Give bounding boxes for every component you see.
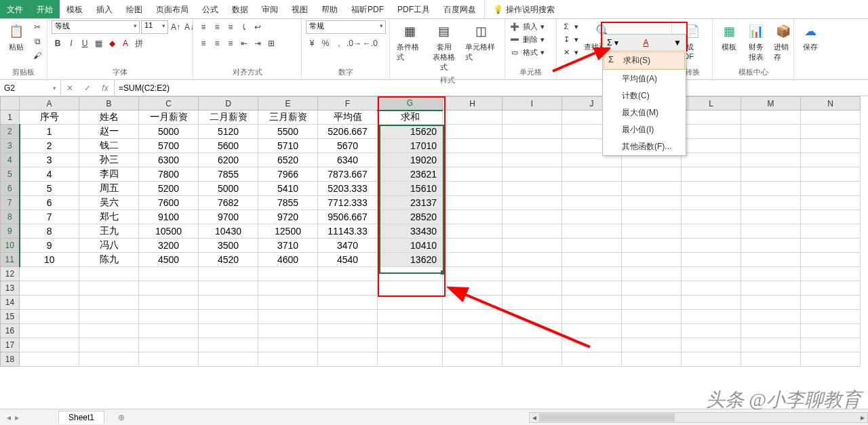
clear-button[interactable]: ✕▾ [561, 46, 578, 58]
autosum-min[interactable]: 最小值(I) [603, 121, 686, 138]
row-header-1[interactable]: 1 [1, 110, 20, 125]
tab-百度网盘[interactable]: 百度网盘 [437, 0, 483, 18]
phonetic-icon[interactable]: 拼 [133, 37, 145, 50]
select-all-corner[interactable] [1, 97, 20, 110]
header-cell[interactable]: 三月薪资 [258, 110, 318, 125]
increase-font-icon[interactable]: A↑ [170, 20, 182, 34]
align-top-icon[interactable]: ≡ [197, 20, 210, 34]
align-right-icon[interactable]: ≡ [224, 37, 237, 50]
sales-button[interactable]: 📦进销存 [771, 20, 795, 64]
row-header-16[interactable]: 16 [1, 324, 20, 338]
row-header-11[interactable]: 11 [1, 253, 20, 267]
sheet-nav-last-icon[interactable]: ▸ [15, 413, 19, 422]
tab-审阅[interactable]: 审阅 [255, 0, 285, 18]
row-header-3[interactable]: 3 [1, 139, 20, 153]
name-box[interactable]: G2 [0, 80, 61, 96]
header-cell[interactable]: 二月薪资 [199, 110, 258, 125]
confirm-formula-icon[interactable]: ✓ [79, 83, 96, 93]
col-header-C[interactable]: C [139, 97, 199, 110]
currency-icon[interactable]: ¥ [306, 37, 318, 50]
copy-icon[interactable]: ⧉ [31, 35, 43, 48]
cancel-formula-icon[interactable]: ✕ [61, 83, 79, 93]
col-header-D[interactable]: D [199, 97, 258, 110]
border-icon[interactable]: ▦ [92, 37, 104, 50]
cell-style-button[interactable]: ◫单元格样式 [462, 20, 500, 64]
tab-数据[interactable]: 数据 [225, 0, 255, 18]
tab-插入[interactable]: 插入 [90, 0, 119, 18]
align-left-icon[interactable]: ≡ [197, 37, 210, 50]
cut-icon[interactable]: ✂ [31, 20, 43, 34]
delete-cells-button[interactable]: ➖删除 ▾ [509, 33, 545, 45]
sheet-tab-1[interactable]: Sheet1 [58, 411, 104, 424]
row-header-10[interactable]: 10 [1, 239, 20, 253]
conditional-format-button[interactable]: ▦条件格式 [394, 20, 425, 64]
align-center-icon[interactable]: ≡ [211, 37, 223, 50]
align-bottom-icon[interactable]: ≡ [224, 20, 237, 34]
indent-dec-icon[interactable]: ⇤ [238, 37, 250, 50]
header-cell[interactable]: 一月薪资 [139, 110, 199, 125]
fx-icon[interactable]: fx [96, 83, 114, 93]
horizontal-scrollbar[interactable]: ◂ ▸ [529, 412, 868, 423]
col-header-F[interactable]: F [318, 97, 378, 110]
row-header-7[interactable]: 7 [1, 196, 20, 210]
table-format-button[interactable]: ▤套用 表格格式 [428, 20, 459, 74]
spreadsheet-grid[interactable]: ABCDEFGHIJKLMN1序号姓名一月薪资二月薪资三月薪资平均值求和21赵一… [0, 96, 868, 409]
autosum-more[interactable]: 其他函数(F)... [603, 138, 686, 155]
scroll-right-icon[interactable]: ▸ [858, 413, 867, 422]
autosum-sum[interactable]: Σ求和(S) [604, 52, 685, 70]
fill-button[interactable]: ↧▾ [561, 33, 578, 45]
template-button[interactable]: ▦模板 [717, 20, 741, 54]
autosum-max[interactable]: 最大值(M) [603, 104, 686, 121]
header-cell[interactable]: 平均值 [318, 110, 378, 125]
row-header-4[interactable]: 4 [1, 153, 20, 167]
finance-button[interactable]: 📊财务 报表 [744, 20, 768, 64]
header-cell[interactable]: 姓名 [79, 110, 139, 125]
add-sheet-button[interactable]: ⊕ [108, 411, 134, 424]
col-header-I[interactable]: I [502, 97, 562, 110]
header-cell[interactable]: 序号 [20, 110, 79, 125]
scroll-thumb[interactable] [539, 413, 675, 422]
row-header-14[interactable]: 14 [1, 296, 20, 310]
search-hint[interactable]: 💡操作说明搜索 [486, 0, 561, 18]
fill-color-icon[interactable]: ◆ [106, 37, 118, 50]
row-header-17[interactable]: 17 [1, 338, 20, 352]
bold-button[interactable]: B [52, 37, 64, 50]
col-header-N[interactable]: N [801, 97, 861, 110]
tab-file[interactable]: 文件 [0, 0, 30, 18]
italic-button[interactable]: I [65, 37, 77, 50]
row-header-8[interactable]: 8 [1, 210, 20, 224]
font-color-icon[interactable]: A [119, 37, 132, 50]
tab-PDF工具[interactable]: PDF工具 [391, 0, 437, 18]
number-format-select[interactable]: 常规 [306, 20, 386, 34]
row-header-5[interactable]: 5 [1, 167, 20, 182]
col-header-H[interactable]: H [443, 97, 502, 110]
comma-icon[interactable]: , [333, 37, 345, 50]
tab-页面布局[interactable]: 页面布局 [149, 0, 195, 18]
wrap-text-icon[interactable]: ↩ [252, 20, 264, 34]
col-header-E[interactable]: E [258, 97, 318, 110]
sheet-nav-first-icon[interactable]: ◂ [7, 413, 11, 422]
indent-inc-icon[interactable]: ⇥ [252, 37, 264, 50]
inc-decimal-icon[interactable]: .0→ [347, 37, 361, 50]
col-header-A[interactable]: A [20, 97, 79, 110]
tab-绘图[interactable]: 绘图 [119, 0, 149, 18]
dec-decimal-icon[interactable]: ←.0 [363, 37, 378, 50]
scroll-left-icon[interactable]: ◂ [530, 413, 539, 422]
font-size-select[interactable]: 11 [141, 20, 168, 34]
insert-cells-button[interactable]: ➕插入 ▾ [509, 20, 545, 33]
font-name-select[interactable]: 等线 [52, 20, 140, 34]
col-header-G[interactable]: G [378, 97, 443, 110]
row-header-18[interactable]: 18 [1, 352, 20, 367]
autosum-count[interactable]: 计数(C) [603, 87, 686, 104]
orientation-icon[interactable]: ⤹ [238, 20, 250, 34]
format-painter-icon[interactable]: 🖌 [31, 49, 43, 62]
tab-福昕PDF[interactable]: 福昕PDF [344, 0, 391, 18]
baidu-save-button[interactable]: ☁保存 [798, 20, 823, 54]
merge-icon[interactable]: ⊞ [265, 37, 277, 50]
row-header-9[interactable]: 9 [1, 224, 20, 239]
row-header-2[interactable]: 2 [1, 125, 20, 139]
autosum-button[interactable]: Σ▾ [561, 20, 578, 33]
col-header-L[interactable]: L [682, 97, 741, 110]
tab-开始[interactable]: 开始 [30, 0, 60, 18]
paste-button[interactable]: 📋 粘贴 [4, 20, 28, 54]
